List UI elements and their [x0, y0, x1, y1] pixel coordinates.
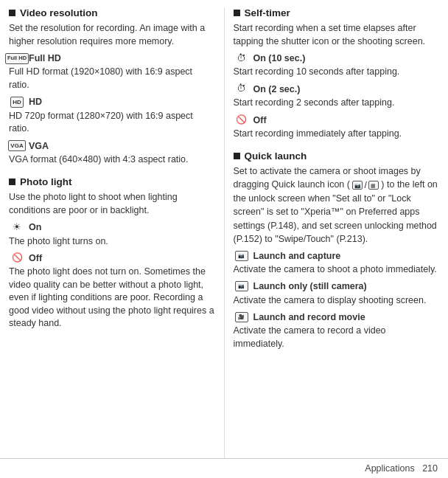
- photo-on-label: On: [29, 222, 41, 232]
- hd-icon: HD: [9, 95, 25, 108]
- off-icon: 🚫: [9, 252, 25, 265]
- launch-still-desc: Activate the camera to display shooting …: [234, 294, 440, 308]
- photo-off-desc: The photo light does not turn on. Someti…: [9, 266, 215, 330]
- timer-2-desc: Start recording 2 seconds after tapping.: [234, 97, 440, 110]
- bullet-icon-4: [234, 153, 240, 159]
- page: Video resolution Set the resolution for …: [0, 0, 448, 478]
- timer-off-label: Off: [253, 115, 267, 125]
- item-timer-off: 🚫 Off: [234, 114, 440, 127]
- launch-video-label: Launch and record movie: [253, 312, 365, 322]
- item-launch-capture: 📷 Launch and capture: [234, 249, 440, 263]
- hd-label: HD: [29, 97, 42, 107]
- quick-launch-intro: Set to activate the camera or shoot imag…: [234, 166, 438, 244]
- item-timer-2: ⏱ On (2 sec.): [234, 83, 440, 96]
- section-title-photo-light: Photo light: [9, 176, 215, 187]
- section-self-timer: Self-timer Start recording when a set ti…: [234, 7, 440, 140]
- bullet-icon-3: [234, 10, 240, 16]
- video-resolution-intro: Set the resolution for recording. An ima…: [9, 21, 215, 166]
- launch-capture-label: Launch and capture: [253, 251, 341, 261]
- quick-launch-title: Quick launch: [245, 150, 307, 162]
- section-title-video-resolution: Video resolution: [9, 7, 215, 18]
- vga-desc: VGA format (640×480) with 4:3 aspect rat…: [9, 153, 215, 167]
- timer-off-desc: Start recording immediately after tappin…: [234, 128, 440, 141]
- item-launch-still: 📷 Launch only (still camera): [234, 280, 440, 293]
- video-resolution-title: Video resolution: [20, 7, 98, 18]
- photo-light-title: Photo light: [20, 176, 71, 187]
- launch-video-desc: Activate the camera to record a video im…: [234, 325, 440, 350]
- footer-section: Applications: [365, 463, 414, 474]
- sun-icon: ☀: [9, 221, 25, 234]
- full-hd-label: Full HD: [29, 53, 61, 63]
- launch-still-label: Launch only (still camera): [253, 281, 367, 291]
- photo-light-body: Use the photo light to shoot when lighti…: [9, 190, 215, 330]
- section-video-resolution: Video resolution Set the resolution for …: [9, 7, 215, 166]
- section-title-self-timer: Self-timer: [234, 7, 440, 18]
- item-hd: HD HD: [9, 95, 215, 108]
- photo-off-label: Off: [29, 253, 42, 263]
- timer-2-label: On (2 sec.): [253, 84, 301, 94]
- item-launch-video: 🎥 Launch and record movie: [234, 311, 440, 324]
- item-vga: VGA VGA: [9, 139, 215, 153]
- section-quick-launch: Quick launch Set to activate the camera …: [234, 150, 440, 350]
- item-timer-10: ⏱ On (10 sec.): [234, 52, 440, 65]
- footer-page: 210: [422, 463, 438, 474]
- timer-off-icon: 🚫: [234, 114, 250, 127]
- self-timer-title: Self-timer: [245, 7, 290, 18]
- launch-capture-desc: Activate the camera to shoot a photo imm…: [234, 263, 440, 277]
- full-hd-desc: Full HD format (1920×1080) with 16:9 asp…: [9, 66, 215, 91]
- quick-launch-body: Set to activate the camera or shoot imag…: [234, 164, 440, 350]
- timer-10-label: On (10 sec.): [253, 53, 306, 63]
- vga-icon: VGA: [9, 139, 25, 153]
- content-area: Video resolution Set the resolution for …: [0, 0, 448, 458]
- section-title-quick-launch: Quick launch: [234, 150, 440, 162]
- launch-video-icon: 🎥: [234, 311, 250, 324]
- item-full-hd: Full HD Full HD: [9, 52, 215, 65]
- photo-on-desc: The photo light turns on.: [9, 235, 215, 249]
- item-photo-on: ☀ On: [9, 221, 215, 234]
- item-photo-off: 🚫 Off: [9, 252, 215, 265]
- launch-capture-icon: 📷: [234, 249, 250, 263]
- hd-desc: HD 720p format (1280×720) with 16:9 aspe…: [9, 110, 215, 136]
- full-hd-icon: Full HD: [9, 52, 25, 65]
- left-column: Video resolution Set the resolution for …: [0, 7, 225, 458]
- bullet-icon: [9, 10, 15, 16]
- vga-label: VGA: [29, 141, 49, 151]
- timer-10-icon: ⏱: [234, 52, 250, 65]
- section-photo-light: Photo light Use the photo light to shoot…: [9, 176, 215, 330]
- right-column: Self-timer Start recording when a set ti…: [225, 7, 449, 458]
- launch-still-icon: 📷: [234, 280, 250, 293]
- timer-10-desc: Start recording 10 seconds after tapping…: [234, 66, 440, 79]
- footer: Applications 210: [0, 458, 448, 478]
- bullet-icon-2: [9, 179, 15, 185]
- timer-2-icon: ⏱: [234, 83, 250, 96]
- self-timer-body: Start recording when a set time elapses …: [234, 21, 440, 140]
